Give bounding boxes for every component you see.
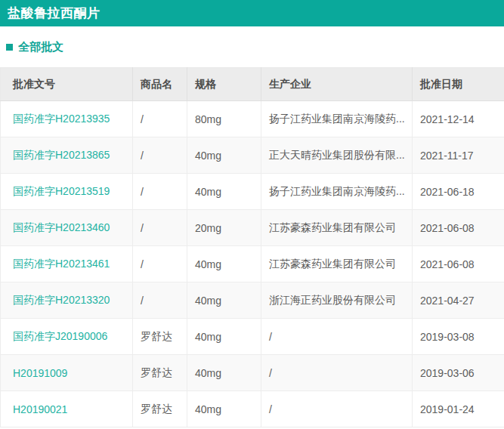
cell-approval-date: 2021-11-17 bbox=[413, 137, 504, 174]
cell-spec: 40mg bbox=[187, 137, 261, 174]
table-row: 国药准字H20213461/40mg江苏豪森药业集团有限公司2021-06-08 bbox=[1, 246, 504, 282]
page-title: 盐酸鲁拉西酮片 bbox=[8, 5, 100, 22]
cell-manufacturer: / bbox=[261, 355, 413, 391]
cell-approval-date: 2021-04-27 bbox=[413, 282, 504, 319]
table-row: 国药准字H20213460/20mg江苏豪森药业集团有限公司2021-06-08 bbox=[1, 210, 504, 246]
approval-no-link[interactable]: H20190021 bbox=[13, 403, 67, 415]
table-row: 国药准字H20213519/40mg扬子江药业集团南京海陵药...2021-06… bbox=[1, 174, 504, 210]
section-label-text: 全部批文 bbox=[18, 40, 63, 54]
cell-manufacturer: 江苏豪森药业集团有限公司 bbox=[261, 210, 413, 246]
approval-no-link[interactable]: 国药准字H20213461 bbox=[13, 258, 110, 270]
cell-approval-date: 2021-06-18 bbox=[413, 174, 504, 210]
cell-manufacturer: / bbox=[261, 391, 413, 427]
approvals-table-body: 国药准字H20213935/80mg扬子江药业集团南京海陵药...2021-12… bbox=[1, 101, 504, 427]
cell-spec: 80mg bbox=[187, 101, 261, 137]
cell-manufacturer: / bbox=[261, 319, 413, 355]
square-bullet-icon bbox=[6, 44, 13, 51]
cell-approval-no: 国药准字H20213865 bbox=[1, 137, 133, 174]
col-header-manufacturer: 生产企业 bbox=[261, 68, 413, 101]
cell-spec: 20mg bbox=[187, 210, 261, 246]
cell-approval-no: H20191009 bbox=[1, 355, 133, 391]
cell-spec: 40mg bbox=[187, 282, 261, 319]
cell-trade-name: / bbox=[133, 282, 187, 319]
cell-spec: 40mg bbox=[187, 319, 261, 355]
cell-trade-name: 罗舒达 bbox=[133, 355, 187, 391]
approval-no-link[interactable]: 国药准字J20190006 bbox=[13, 330, 107, 342]
table-row: 国药准字H20213865/40mg正大天晴药业集团股份有限...2021-11… bbox=[1, 137, 504, 174]
approval-no-link[interactable]: 国药准字H20213519 bbox=[13, 185, 110, 197]
col-header-spec: 规格 bbox=[187, 68, 261, 101]
cell-approval-date: 2021-06-08 bbox=[413, 210, 504, 246]
col-header-approval-date: 批准日期 bbox=[413, 68, 504, 101]
cell-manufacturer: 扬子江药业集团南京海陵药... bbox=[261, 174, 413, 210]
cell-trade-name: / bbox=[133, 137, 187, 174]
table-row: H20191009罗舒达40mg/2019-03-06 bbox=[1, 355, 504, 391]
approval-no-link[interactable]: H20191009 bbox=[13, 367, 67, 379]
col-header-trade-name: 商品名 bbox=[133, 68, 187, 101]
table-row: 国药准字H20213320/40mg浙江海正药业股份有限公司2021-04-27 bbox=[1, 282, 504, 319]
approvals-table-header: 批准文号 商品名 规格 生产企业 批准日期 bbox=[1, 68, 504, 101]
cell-manufacturer: 江苏豪森药业集团有限公司 bbox=[261, 246, 413, 282]
cell-trade-name: / bbox=[133, 174, 187, 210]
cell-approval-date: 2019-03-08 bbox=[413, 319, 504, 355]
table-row: H20190021罗舒达40mg/2019-01-24 bbox=[1, 391, 504, 427]
cell-manufacturer: 浙江海正药业股份有限公司 bbox=[261, 282, 413, 319]
cell-trade-name: 罗舒达 bbox=[133, 391, 187, 427]
cell-trade-name: / bbox=[133, 210, 187, 246]
cell-trade-name: / bbox=[133, 246, 187, 282]
cell-manufacturer: 正大天晴药业集团股份有限... bbox=[261, 137, 413, 174]
cell-approval-date: 2021-12-14 bbox=[413, 101, 504, 137]
cell-trade-name: / bbox=[133, 101, 187, 137]
cell-approval-date: 2019-01-24 bbox=[413, 391, 504, 427]
cell-approval-no: 国药准字H20213461 bbox=[1, 246, 133, 282]
cell-spec: 40mg bbox=[187, 246, 261, 282]
cell-approval-no: 国药准字H20213460 bbox=[1, 210, 133, 246]
cell-approval-no: H20190021 bbox=[1, 391, 133, 427]
approval-no-link[interactable]: 国药准字H20213460 bbox=[13, 221, 110, 233]
cell-spec: 40mg bbox=[187, 391, 261, 427]
approval-no-link[interactable]: 国药准字H20213865 bbox=[13, 149, 110, 161]
approvals-table: 批准文号 商品名 规格 生产企业 批准日期 国药准字H20213935/80mg… bbox=[0, 67, 504, 427]
cell-approval-no: 国药准字H20213320 bbox=[1, 282, 133, 319]
approval-no-link[interactable]: 国药准字H20213320 bbox=[13, 294, 110, 306]
header-row: 批准文号 商品名 规格 生产企业 批准日期 bbox=[1, 68, 504, 101]
cell-approval-no: 国药准字J20190006 bbox=[1, 319, 133, 355]
cell-approval-no: 国药准字H20213519 bbox=[1, 174, 133, 210]
approval-no-link[interactable]: 国药准字H20213935 bbox=[13, 113, 110, 125]
table-row: 国药准字H20213935/80mg扬子江药业集团南京海陵药...2021-12… bbox=[1, 101, 504, 137]
cell-approval-no: 国药准字H20213935 bbox=[1, 101, 133, 137]
col-header-approval-no: 批准文号 bbox=[1, 68, 133, 101]
cell-approval-date: 2021-06-08 bbox=[413, 246, 504, 282]
cell-trade-name: 罗舒达 bbox=[133, 319, 187, 355]
cell-spec: 40mg bbox=[187, 355, 261, 391]
page-header: 盐酸鲁拉西酮片 bbox=[0, 0, 504, 26]
cell-spec: 40mg bbox=[187, 174, 261, 210]
table-row: 国药准字J20190006罗舒达40mg/2019-03-08 bbox=[1, 319, 504, 355]
cell-approval-date: 2019-03-06 bbox=[413, 355, 504, 391]
cell-manufacturer: 扬子江药业集团南京海陵药... bbox=[261, 101, 413, 137]
section-all-approvals: 全部批文 bbox=[6, 39, 504, 54]
